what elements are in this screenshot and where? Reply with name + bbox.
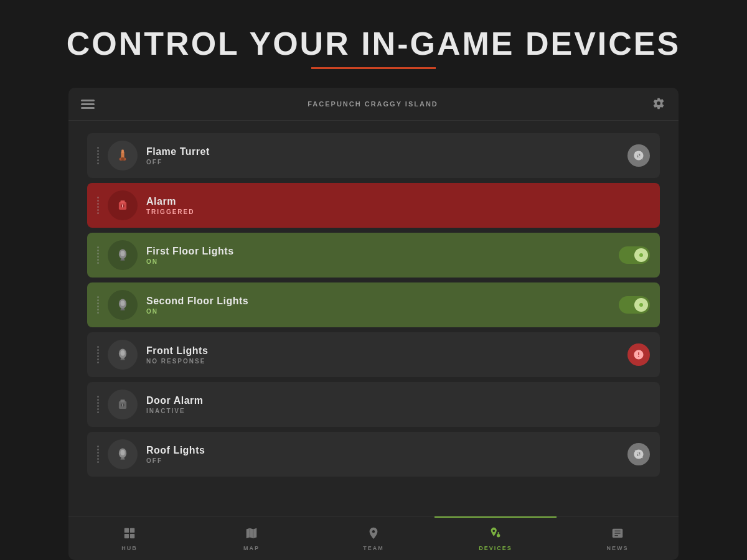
title-underline — [311, 67, 436, 69]
panel-header: FACEPUNCH CRAGGY ISLAND — [68, 88, 679, 121]
settings-button[interactable] — [651, 96, 666, 111]
device-info-roof-lights: Roof Lights OFF — [146, 445, 619, 464]
status-off-button[interactable] — [627, 144, 650, 167]
svg-point-12 — [121, 251, 125, 256]
device-status: ON — [146, 258, 610, 265]
device-status: INACTIVE — [146, 408, 650, 414]
device-row-flame-turret[interactable]: Flame Turret OFF — [87, 133, 660, 178]
device-row-second-floor-lights[interactable]: Second Floor Lights ON — [87, 282, 660, 327]
svg-point-20 — [121, 350, 125, 356]
device-row-roof-lights[interactable]: Roof Lights OFF — [87, 432, 660, 477]
nav-label-team: TEAM — [363, 545, 384, 551]
device-icon-roof-lights — [108, 439, 138, 469]
svg-rect-2 — [121, 149, 124, 152]
nav-label-hub: HUB — [121, 545, 138, 551]
drag-handle — [97, 296, 99, 314]
team-icon — [367, 526, 380, 543]
nav-label-news: NEWS — [607, 545, 629, 551]
device-info-front-lights: Front Lights NO RESPONSE — [146, 345, 619, 365]
toggle-on-button[interactable] — [619, 296, 650, 314]
svg-rect-24 — [122, 403, 123, 406]
svg-point-37 — [497, 534, 500, 538]
svg-rect-22 — [121, 399, 125, 402]
device-icon-first-floor-lights — [108, 240, 138, 270]
device-info-second-floor-lights: Second Floor Lights ON — [146, 296, 610, 315]
device-name: Front Lights — [146, 345, 619, 357]
nav-item-news[interactable]: NEWS — [557, 516, 679, 560]
drag-handle — [97, 396, 99, 413]
svg-rect-8 — [122, 204, 123, 207]
device-status: OFF — [146, 159, 619, 166]
hub-icon — [123, 526, 136, 543]
device-row-door-alarm[interactable]: Door Alarm INACTIVE — [87, 382, 660, 427]
menu-icon[interactable] — [81, 100, 95, 109]
svg-rect-32 — [125, 534, 129, 538]
device-action-front-lights — [627, 343, 650, 366]
device-name: Roof Lights — [146, 445, 619, 456]
drag-handle — [97, 446, 99, 463]
device-row-first-floor-lights[interactable]: First Floor Lights ON — [87, 233, 660, 278]
device-action-roof-lights — [627, 443, 650, 465]
svg-rect-30 — [125, 528, 129, 533]
svg-rect-27 — [121, 459, 125, 460]
news-icon — [611, 526, 624, 543]
devices-icon — [489, 526, 502, 543]
nav-label-devices: DEVICES — [479, 545, 512, 551]
device-name: Second Floor Lights — [146, 296, 610, 307]
nav-item-map[interactable]: MAP — [190, 516, 312, 560]
device-status: OFF — [146, 457, 619, 464]
device-status: ON — [146, 308, 610, 315]
device-action-first-floor-lights — [619, 246, 650, 264]
svg-rect-31 — [130, 528, 134, 533]
spacer — [68, 489, 679, 516]
bottom-nav: HUB MAP TEAM — [68, 516, 679, 560]
device-row-front-lights[interactable]: Front Lights NO RESPONSE — [87, 332, 660, 377]
device-status: TRIGGERED — [146, 208, 650, 215]
svg-rect-11 — [121, 259, 125, 261]
nav-item-hub[interactable]: HUB — [68, 516, 190, 560]
device-info-door-alarm: Door Alarm INACTIVE — [146, 395, 650, 414]
device-name: First Floor Lights — [146, 246, 610, 257]
nav-item-team[interactable]: TEAM — [312, 516, 435, 560]
device-name: Door Alarm — [146, 395, 650, 406]
status-error-button[interactable] — [627, 343, 650, 366]
device-name: Alarm — [146, 196, 650, 207]
device-icon-alarm — [108, 190, 138, 220]
toggle-dot — [639, 303, 643, 307]
device-action-flame-turret — [627, 144, 650, 167]
page-title: CONTROL YOUR IN-GAME DEVICES — [0, 25, 747, 62]
device-action-second-floor-lights — [619, 296, 650, 314]
svg-point-3 — [121, 157, 124, 161]
device-icon-second-floor-lights — [108, 290, 138, 320]
device-icon-door-alarm — [108, 390, 138, 419]
device-status: NO RESPONSE — [146, 358, 619, 365]
device-list: Flame Turret OFF — [68, 121, 679, 489]
nav-label-map: MAP — [243, 545, 260, 551]
svg-point-16 — [121, 301, 125, 306]
device-info-flame-turret: Flame Turret OFF — [146, 146, 619, 166]
main-panel: FACEPUNCH CRAGGY ISLAND Flame Tu — [68, 88, 679, 560]
svg-rect-33 — [130, 534, 134, 538]
server-name: FACEPUNCH CRAGGY ISLAND — [308, 100, 438, 108]
device-info-alarm: Alarm TRIGGERED — [146, 196, 650, 215]
map-icon — [245, 526, 258, 543]
toggle-knob — [634, 298, 648, 312]
svg-rect-19 — [121, 359, 125, 360]
toggle-on-button[interactable] — [619, 246, 650, 264]
toggle-dot — [639, 253, 643, 257]
toggle-knob — [634, 248, 648, 262]
status-off-button[interactable] — [627, 443, 650, 465]
nav-item-devices[interactable]: DEVICES — [435, 516, 557, 560]
device-info-first-floor-lights: First Floor Lights ON — [146, 246, 610, 265]
device-name: Flame Turret — [146, 146, 619, 157]
svg-rect-6 — [121, 200, 125, 203]
drag-handle — [97, 147, 99, 164]
device-icon-front-lights — [108, 340, 138, 370]
svg-rect-15 — [121, 309, 125, 310]
svg-point-28 — [121, 450, 125, 455]
device-icon-flame-turret — [108, 141, 138, 170]
device-row-alarm[interactable]: Alarm TRIGGERED — [87, 183, 660, 228]
drag-handle — [97, 197, 99, 214]
svg-marker-34 — [247, 528, 257, 539]
drag-handle — [97, 246, 99, 264]
